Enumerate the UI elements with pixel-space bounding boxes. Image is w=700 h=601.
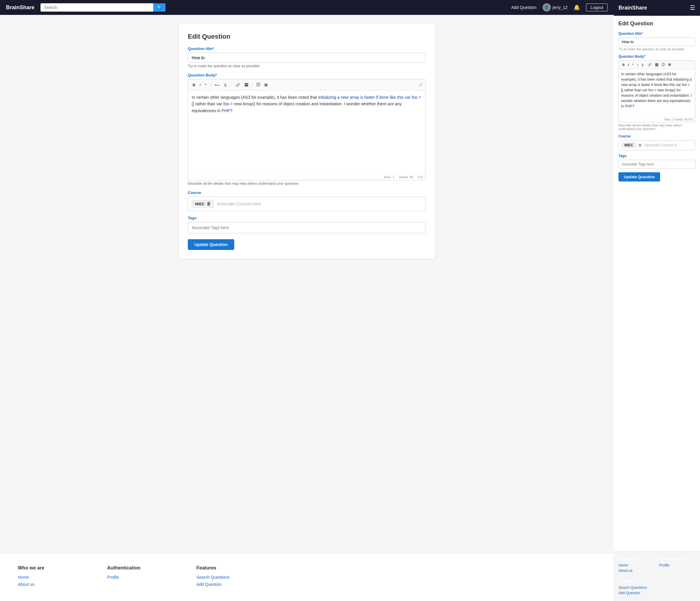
question-title-input[interactable] [188,53,426,63]
right-sidebar: BrainShare ☰ Edit Question Question titl… [614,0,700,601]
tags-label: Tags [188,216,426,220]
header-right: Add Question 👤 jerry_12 🔔 Logout [511,3,608,11]
info-btn[interactable]: ⓘ [255,81,261,88]
editor-pos: 0:0 [418,175,423,179]
sidebar-update-question-button[interactable]: Update Question [619,172,660,182]
username-label: jerry_12 [553,5,568,10]
tags-section: Tags [188,216,426,233]
sidebar-footer-about-link[interactable]: About us [619,569,654,573]
editor-words: words: 46 [399,175,414,179]
footer-auth-heading: Authentication [107,565,184,571]
sidebar-footer-search-questions-link[interactable]: Search Questions [619,585,695,590]
sidebar-editor-toolbar: B I “ • 1. 🔗 🖼 ⓘ ⊞ [619,61,695,69]
course-delete-icon[interactable]: 🗑 [206,202,211,206]
sidebar-footer-col3-heading: Features [619,579,695,583]
footer-who-heading: Who we are [18,565,95,571]
body-text-3: ? [230,108,232,113]
editor-body[interactable]: In certain other languages (AS3 for exam… [188,90,426,174]
italic-btn[interactable]: I [198,82,202,88]
sidebar-numbered-btn[interactable]: 1. [640,62,645,67]
sidebar-course-badge: MIEC [622,142,636,148]
footer-features-heading: Features [196,565,274,571]
sidebar-bullet-btn[interactable]: • [636,62,640,67]
sidebar-course-placeholder[interactable]: Associate Courses h [644,143,677,147]
edit-question-card: Edit Question Question title* Try to mak… [179,24,435,259]
course-badge: MIEC 🗑 [192,200,214,208]
embed-btn[interactable]: ⊞ [263,82,269,88]
sidebar-image-btn[interactable]: 🖼 [654,62,659,67]
sidebar-question-title-label: Question title* [619,31,695,36]
toolbar-sep3 [252,82,252,87]
page-title: Edit Question [188,33,426,41]
toolbar-sep2 [231,82,231,87]
sidebar-italic-btn[interactable]: I [627,62,630,67]
sidebar-footer-grid: Who we are Home About us Authentication … [619,556,695,596]
fullscreen-btn[interactable]: ⤢ [419,82,423,88]
bell-icon[interactable]: 🔔 [574,4,580,11]
sidebar-tags-label: Tags [619,154,695,158]
sidebar-main-content: Edit Question Question title* Try to mak… [614,16,700,551]
question-title-label: Question title* [188,46,426,51]
footer-grid: Who we are Home About us Authentication … [18,565,274,589]
footer-profile-link[interactable]: Profile [107,575,184,580]
sidebar-tags-input[interactable] [619,160,695,169]
sidebar-edit-title: Edit Question [619,21,695,27]
sidebar-info-btn[interactable]: ⓘ [660,62,666,68]
main-header: BrainShare 🔍 Add Question 👤 jerry_12 🔔 L… [0,0,614,15]
footer-home-link[interactable]: Home [18,575,95,580]
footer-search-questions-link[interactable]: Search Questions [196,575,274,580]
bold-btn[interactable]: B [191,82,197,88]
sidebar-footer-col1: Who we are Home About us [619,556,654,574]
body-highlight-2: PHP [221,108,230,113]
sidebar-tags-section: Tags [619,154,695,172]
footer-col-who: Who we are Home About us [18,565,95,589]
sidebar-course-row: MIEC 🗑 Associate Courses h [619,140,695,150]
sidebar-body-highlight: PHP [625,104,632,108]
add-question-link[interactable]: Add Question [511,5,536,10]
sidebar-editor-stats: lines: 1 words: 46 0:0 [665,118,693,121]
logout-button[interactable]: Logout [586,4,608,11]
bullet-btn[interactable]: •— [214,82,222,88]
sidebar-body-editor: B I “ • 1. 🔗 🖼 ⓘ ⊞ In certain other lang… [619,60,695,122]
main-content: Edit Question Question title* Try to mak… [0,15,614,553]
sidebar-bold-btn[interactable]: B [621,62,626,67]
update-question-button[interactable]: Update Question [188,239,234,250]
editor-footer: lines: 1 words: 46 0:0 [188,174,426,180]
course-placeholder[interactable]: Associate Courses here [217,202,261,206]
sidebar-footer-col1-heading: Who we are [619,556,654,561]
search-button[interactable]: 🔍 [153,3,166,11]
image-btn[interactable]: 🖼 [243,82,250,88]
sidebar-header: BrainShare ☰ [614,0,700,16]
sidebar-footer-col3: Features Search Questions Add Question [619,579,695,596]
numbered-btn[interactable]: 1. [223,82,229,88]
footer-add-question-link[interactable]: Add Question [196,582,274,587]
header-logo: BrainShare [6,4,34,11]
sidebar-body-label: Question Body* [619,54,695,59]
editor-lines: lines: 1 [384,175,394,179]
sidebar-footer-col2-heading: Authentication [659,556,695,561]
sidebar-course-label: Course [619,134,695,138]
sidebar-footer-home-link[interactable]: Home [619,563,654,567]
sidebar-footer-profile-link[interactable]: Profile [659,563,695,567]
sidebar-question-title-input[interactable] [619,37,695,46]
sidebar-editor-body[interactable]: In certain other languages (AS3 for exam… [619,69,695,116]
course-label: Course [188,190,426,195]
footer-col-auth: Authentication Profile [107,565,184,589]
sidebar-quote-btn[interactable]: “ [631,62,635,67]
search-input[interactable] [41,3,153,11]
sidebar-footer-add-question-link[interactable]: Add Question [619,591,695,595]
sidebar-link-btn[interactable]: 🔗 [646,62,653,67]
tags-input[interactable] [188,222,426,233]
header-search-container: 🔍 [41,3,166,11]
hamburger-icon[interactable]: ☰ [690,4,695,11]
footer-about-link[interactable]: About us [18,582,95,587]
sidebar-embed-btn[interactable]: ⊞ [667,62,672,67]
question-body-editor: B I “ •— 1. 🔗 🖼 ⓘ ⊞ ⤢ In certain other l… [188,79,426,180]
sidebar-course-delete-icon[interactable]: 🗑 [639,143,642,147]
editor-hint: Describe all the details that may help o… [188,182,426,186]
quote-btn[interactable]: “ [203,82,208,88]
course-badge-text: MIEC [195,202,205,206]
sidebar-body-text: In certain other languages (AS3 for exam… [621,72,692,108]
link-btn[interactable]: 🔗 [234,82,242,88]
page-footer: Who we are Home About us Authentication … [0,553,614,601]
